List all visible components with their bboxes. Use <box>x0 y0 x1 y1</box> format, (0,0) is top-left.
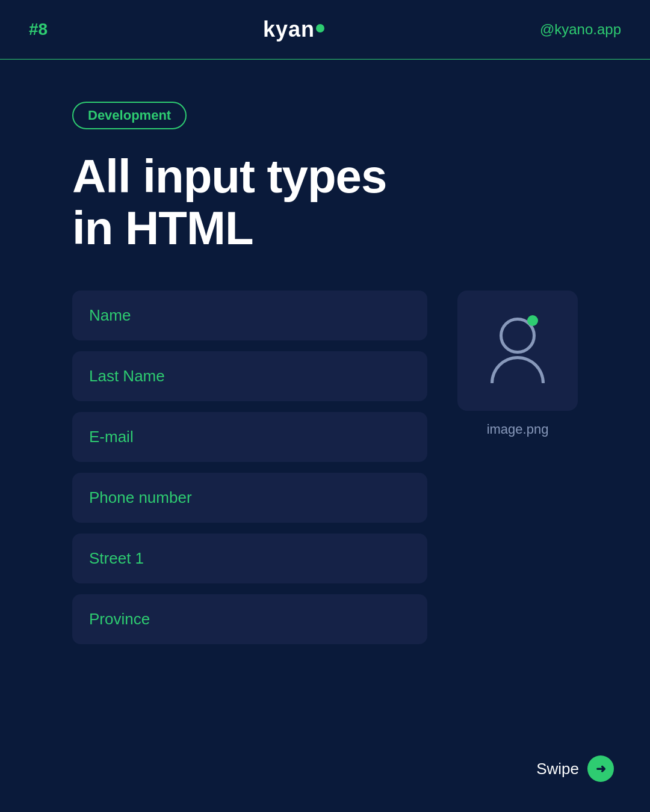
main-content: Development All input types in HTML <box>0 60 650 674</box>
street-input[interactable] <box>72 534 427 583</box>
image-label: image.png <box>487 422 549 437</box>
title-line2: in HTML <box>72 201 253 254</box>
swipe-arrow-icon[interactable]: ➜ <box>587 755 614 782</box>
last-name-input[interactable] <box>72 351 427 401</box>
logo-dot-icon <box>316 24 324 32</box>
header: #8 kyan @kyano.app <box>0 0 650 60</box>
email-input[interactable] <box>72 412 427 462</box>
image-upload-area: image.png <box>457 291 578 437</box>
name-input[interactable] <box>72 291 427 340</box>
header-handle: @kyano.app <box>540 21 621 38</box>
header-number: #8 <box>29 20 48 39</box>
avatar-body <box>491 356 545 383</box>
logo-text: kyan <box>263 17 315 42</box>
avatar-dot-icon <box>527 315 538 326</box>
form-area: image.png <box>72 291 578 644</box>
image-box[interactable] <box>457 291 578 411</box>
swipe-area[interactable]: Swipe ➜ <box>536 755 614 782</box>
province-input[interactable] <box>72 594 427 644</box>
swipe-label: Swipe <box>536 760 579 778</box>
category-badge: Development <box>72 102 187 129</box>
form-fields <box>72 291 427 644</box>
avatar-icon <box>491 318 545 383</box>
title-line1: All input types <box>72 150 386 203</box>
phone-input[interactable] <box>72 473 427 523</box>
header-logo: kyan <box>263 17 324 42</box>
page-title: All input types in HTML <box>72 151 578 254</box>
